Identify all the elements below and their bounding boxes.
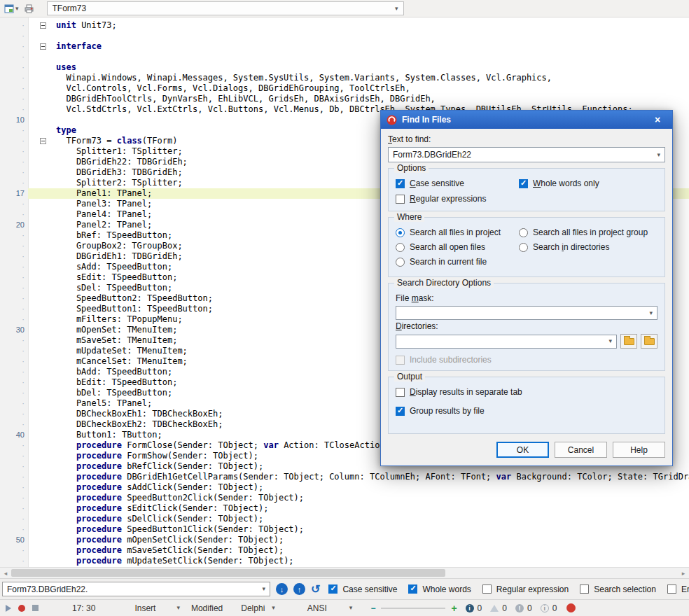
- form-view-icon[interactable]: [3, 2, 15, 15]
- entire-scope-checkbox[interactable]: Entire scope: [667, 584, 689, 594]
- code-line[interactable]: · Winapi.Windows, Winapi.Messages, Syste…: [0, 73, 689, 83]
- scrollbar-thumb[interactable]: [11, 569, 445, 577]
- line-number[interactable]: ·: [0, 545, 28, 556]
- code-line[interactable]: · procedure sEditClick(Sender: TObject);: [0, 503, 689, 514]
- stop-icon[interactable]: [32, 605, 39, 611]
- line-number[interactable]: ·: [0, 482, 28, 493]
- help-button[interactable]: Help: [613, 442, 665, 458]
- line-number[interactable]: ·: [0, 293, 28, 304]
- zoom-out-icon[interactable]: [370, 603, 375, 613]
- line-number[interactable]: ·: [0, 556, 28, 566]
- display-results-separate-tab-checkbox[interactable]: Display results in separate tab: [396, 387, 657, 397]
- syntax-label[interactable]: Delphi: [241, 603, 265, 613]
- line-number[interactable]: ·: [0, 503, 28, 514]
- restore-search-icon[interactable]: [311, 584, 320, 595]
- line-number[interactable]: ·: [0, 377, 28, 388]
- code-line[interactable]: ·: [0, 31, 689, 41]
- line-number[interactable]: ·: [0, 104, 28, 115]
- code-line[interactable]: · procedure sDelClick(Sender: TObject);: [0, 514, 689, 524]
- whole-words-checkbox[interactable]: Whole words: [408, 584, 471, 594]
- line-number[interactable]: ·: [0, 199, 28, 209]
- line-number[interactable]: ·: [0, 83, 28, 94]
- line-number[interactable]: ·: [0, 167, 28, 178]
- encoding-label[interactable]: ANSI: [307, 603, 327, 613]
- code-line[interactable]: ·unit Unit73;: [0, 20, 689, 31]
- component-selector-chevron-icon[interactable]: [395, 6, 398, 12]
- line-number[interactable]: ·: [0, 461, 28, 472]
- line-number[interactable]: ·: [0, 41, 28, 52]
- line-number[interactable]: ·: [0, 451, 28, 461]
- line-number[interactable]: ·: [0, 157, 28, 167]
- line-number[interactable]: ·: [0, 94, 28, 104]
- fold-collapse-icon[interactable]: [40, 43, 46, 50]
- search-history-chevron-icon[interactable]: [262, 586, 265, 592]
- line-number[interactable]: 17: [0, 188, 28, 199]
- code-line[interactable]: · procedure sAddClick(Sender: TObject);: [0, 482, 689, 493]
- case-sensitive-checkbox[interactable]: Case sensitive: [396, 178, 519, 188]
- search-input[interactable]: Form73.DBGridEh22.: [2, 582, 270, 596]
- zoom-slider[interactable]: [381, 608, 445, 609]
- line-number[interactable]: ·: [0, 472, 28, 482]
- line-number[interactable]: ·: [0, 272, 28, 283]
- code-line[interactable]: · Vcl.Controls, Vcl.Forms, Vcl.Dialogs, …: [0, 83, 689, 94]
- line-number[interactable]: ·: [0, 73, 28, 83]
- search-all-files-in-project-radio[interactable]: Search all files in project: [396, 227, 519, 237]
- line-number[interactable]: ·: [0, 304, 28, 314]
- insert-mode-chevron-icon[interactable]: [176, 605, 180, 611]
- find-next-icon[interactable]: [276, 583, 288, 595]
- line-number[interactable]: ·: [0, 230, 28, 241]
- line-number[interactable]: ·: [0, 136, 28, 146]
- line-number[interactable]: ·: [0, 514, 28, 524]
- line-number[interactable]: ·: [0, 398, 28, 409]
- search-in-directories-radio[interactable]: Search in directories: [519, 242, 657, 252]
- line-number[interactable]: ·: [0, 62, 28, 73]
- find-previous-icon[interactable]: [293, 583, 305, 595]
- line-number[interactable]: ·: [0, 209, 28, 220]
- code-line[interactable]: ·uses: [0, 62, 689, 73]
- code-line[interactable]: · procedure SpeedButton2Click(Sender: TO…: [0, 493, 689, 503]
- code-line[interactable]: · DBGridEhToolCtrls, DynVarsEh, EhLibVCL…: [0, 94, 689, 104]
- line-number[interactable]: ·: [0, 409, 28, 419]
- browse-directory-button[interactable]: [620, 334, 637, 349]
- zoom-in-icon[interactable]: [451, 603, 457, 614]
- line-number[interactable]: ·: [0, 388, 28, 398]
- search-selection-checkbox[interactable]: Search selection: [580, 584, 656, 594]
- code-line[interactable]: · procedure mSaveSetClick(Sender: TObjec…: [0, 545, 689, 556]
- group-results-by-file-checkbox[interactable]: Group results by file: [396, 406, 657, 416]
- fold-collapse-icon[interactable]: [40, 138, 46, 144]
- ok-button[interactable]: OK: [496, 442, 549, 458]
- browse-directory-list-button[interactable]: [641, 334, 657, 349]
- cancel-button[interactable]: Cancel: [555, 442, 607, 458]
- print-icon[interactable]: [23, 2, 36, 15]
- case-sensitive-checkbox[interactable]: Case sensitive: [328, 584, 397, 594]
- scroll-right-arrow-icon[interactable]: [678, 568, 689, 578]
- line-number[interactable]: ·: [0, 335, 28, 346]
- line-number[interactable]: ·: [0, 146, 28, 157]
- regular-expression-checkbox[interactable]: Regular expression: [482, 584, 569, 594]
- syntax-chevron-icon[interactable]: [272, 605, 275, 611]
- horizontal-scrollbar[interactable]: [0, 567, 689, 578]
- file-mask-combobox[interactable]: [396, 306, 657, 320]
- file-mask-chevron-icon[interactable]: [649, 310, 653, 316]
- line-number[interactable]: ·: [0, 356, 28, 367]
- search-all-files-in-project-group-radio[interactable]: Search all files in project group: [519, 227, 657, 237]
- line-number[interactable]: ·: [0, 283, 28, 293]
- component-selector-combobox[interactable]: TForm73: [47, 1, 404, 15]
- line-number[interactable]: ·: [0, 31, 28, 41]
- whole-words-only-checkbox[interactable]: Whole words only: [519, 178, 657, 188]
- dialog-title-bar[interactable]: Find In Files: [381, 111, 672, 129]
- close-icon[interactable]: [648, 114, 667, 125]
- line-number[interactable]: ·: [0, 52, 28, 62]
- code-line[interactable]: · procedure mUpdateSetClick(Sender: TObj…: [0, 556, 689, 566]
- line-number[interactable]: ·: [0, 367, 28, 377]
- code-line[interactable]: ·interface: [0, 41, 689, 52]
- line-number[interactable]: ·: [0, 524, 28, 535]
- line-number[interactable]: 20: [0, 220, 28, 230]
- toolbar-chevron-down-icon[interactable]: [15, 6, 19, 12]
- line-number[interactable]: 10: [0, 115, 28, 125]
- line-number[interactable]: ·: [0, 262, 28, 272]
- line-number[interactable]: 30: [0, 325, 28, 335]
- regular-expressions-checkbox[interactable]: Regular expressions: [396, 194, 519, 204]
- encoding-chevron-icon[interactable]: [349, 605, 353, 611]
- line-number[interactable]: ·: [0, 440, 28, 451]
